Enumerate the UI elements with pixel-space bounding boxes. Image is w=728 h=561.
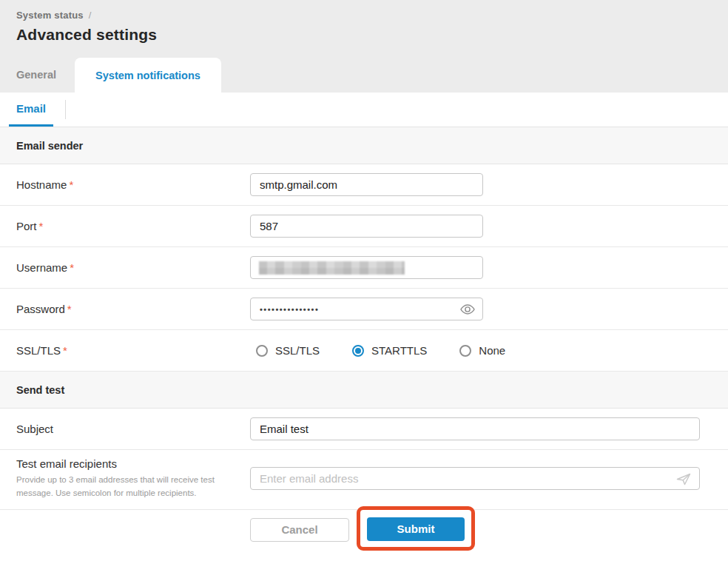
required-asterisk: * [39,220,44,232]
cancel-button[interactable]: Cancel [250,518,349,542]
tab-general[interactable]: General [0,69,75,93]
send-test-email-icon[interactable] [675,470,692,488]
password-label: Password* [16,303,250,315]
password-input[interactable] [250,298,483,320]
section-header-send-test: Send test [0,372,728,409]
show-password-eye-icon[interactable] [459,301,476,318]
port-label: Port* [16,220,250,232]
hostname-input[interactable] [250,173,483,196]
username-label: Username* [16,261,250,274]
recipients-input[interactable] [250,467,700,490]
field-row-ssl-tls: SSL/TLS* SSL/TLS STARTTLS None [0,330,728,372]
radio-option-ssl-tls[interactable]: SSL/TLS [256,344,320,357]
subtab-bar: Email [0,93,728,127]
ssl-tls-radio-group: SSL/TLS STARTTLS None [256,344,505,357]
required-asterisk: * [67,303,72,315]
username-input[interactable] [250,256,483,279]
field-row-port: Port* [0,206,728,247]
recipients-help-text: Provide up to 3 email addresses that wil… [16,474,240,500]
tab-bar: General System notifications [0,58,221,93]
form-actions: Cancel Submit [0,510,728,551]
radio-option-none[interactable]: None [459,344,505,357]
subject-label: Subject [16,423,250,435]
section-title: Send test [16,384,64,396]
recipients-label-block: Test email recipients Provide up to 3 em… [16,457,250,500]
hostname-label: Hostname* [16,178,250,191]
field-row-username: Username* [0,247,728,289]
breadcrumb-link-system-status[interactable]: System status [16,10,84,21]
field-row-subject: Subject [0,409,728,450]
radio-unchecked-icon[interactable] [256,345,268,357]
subtab-email[interactable]: Email [9,93,53,127]
submit-highlight-annotation: Submit [357,506,475,551]
subtab-divider [65,100,66,119]
section-header-email-sender: Email sender [0,127,728,164]
subject-input[interactable] [250,417,700,440]
field-row-test-email-recipients: Test email recipients Provide up to 3 em… [0,450,728,510]
radio-checked-icon[interactable] [352,345,364,357]
required-asterisk: * [69,178,73,191]
port-input[interactable] [250,215,483,238]
advanced-settings-page: System status/ Advanced settings General… [0,0,728,551]
radio-option-starttls[interactable]: STARTTLS [352,344,427,357]
submit-button[interactable]: Submit [367,517,465,541]
breadcrumb: System status/ [16,10,728,21]
ssl-tls-label: SSL/TLS* [16,344,250,357]
required-asterisk: * [63,344,67,357]
page-header: System status/ Advanced settings General… [0,0,728,93]
radio-unchecked-icon[interactable] [459,345,471,357]
recipients-label: Test email recipients [16,457,250,470]
tab-system-notifications[interactable]: System notifications [75,58,221,93]
breadcrumb-separator: / [89,10,92,21]
field-row-password: Password* [0,289,728,330]
required-asterisk: * [70,261,74,274]
field-row-hostname: Hostname* [0,164,728,206]
page-title: Advanced settings [16,26,728,44]
section-title: Email sender [16,140,83,152]
